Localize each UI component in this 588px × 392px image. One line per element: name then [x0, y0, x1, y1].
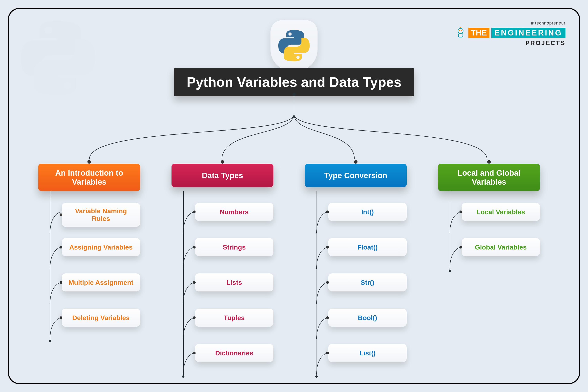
child-datatypes-2: Lists — [195, 274, 274, 292]
diagram-frame: # technopreneur THE ENGINEERING PROJECTS… — [8, 8, 580, 384]
brand-projects: PROJECTS — [455, 40, 566, 47]
child-scope-0: Local Variables — [462, 203, 540, 221]
child-datatypes-4: Dictionaries — [195, 344, 274, 362]
child-typeconv-2: Str() — [328, 274, 407, 292]
branch-header-typeconv: Type Conversion — [305, 164, 407, 187]
diagram-title: Python Variables and Data Types — [174, 68, 414, 96]
svg-point-1 — [459, 30, 460, 31]
child-typeconv-1: Float() — [328, 238, 407, 256]
child-intro-3: Deleting Variables — [62, 309, 140, 327]
svg-point-5 — [460, 27, 461, 28]
child-datatypes-1: Strings — [195, 238, 274, 256]
python-logo-container — [270, 20, 318, 71]
branch-typeconv: Type ConversionInt()Float()Str()Bool()Li… — [305, 164, 407, 187]
child-intro-1: Assigning Variables — [62, 238, 140, 256]
branch-datatypes: Data TypesNumbersStringsListsTuplesDicti… — [172, 164, 274, 187]
robot-icon — [455, 27, 466, 38]
child-intro-2: Multiple Assignment — [62, 274, 140, 292]
brand-engineering: ENGINEERING — [491, 28, 566, 38]
branch-header-intro: An Introduction to Variables — [38, 164, 140, 191]
python-logo-icon — [278, 30, 310, 61]
brand-tagline: # technopreneur — [455, 20, 566, 26]
branch-scope: Local and Global VariablesLocal Variable… — [438, 164, 540, 191]
branch-header-scope: Local and Global Variables — [438, 164, 540, 191]
svg-rect-3 — [458, 34, 463, 37]
child-intro-0: Variable Naming Rules — [62, 203, 140, 227]
child-typeconv-3: Bool() — [328, 309, 407, 327]
svg-point-2 — [461, 30, 462, 31]
branch-header-datatypes: Data Types — [172, 164, 274, 187]
brand-block: # technopreneur THE ENGINEERING PROJECTS — [455, 20, 566, 47]
child-typeconv-4: List() — [328, 344, 407, 362]
branch-intro: An Introduction to VariablesVariable Nam… — [38, 164, 140, 191]
child-datatypes-3: Tuples — [195, 309, 274, 327]
child-scope-1: Global Variables — [462, 238, 540, 256]
child-typeconv-0: Int() — [328, 203, 407, 221]
child-datatypes-0: Numbers — [195, 203, 274, 221]
svg-point-0 — [458, 28, 463, 34]
brand-the: THE — [468, 28, 490, 38]
python-watermark-icon — [20, 20, 95, 95]
